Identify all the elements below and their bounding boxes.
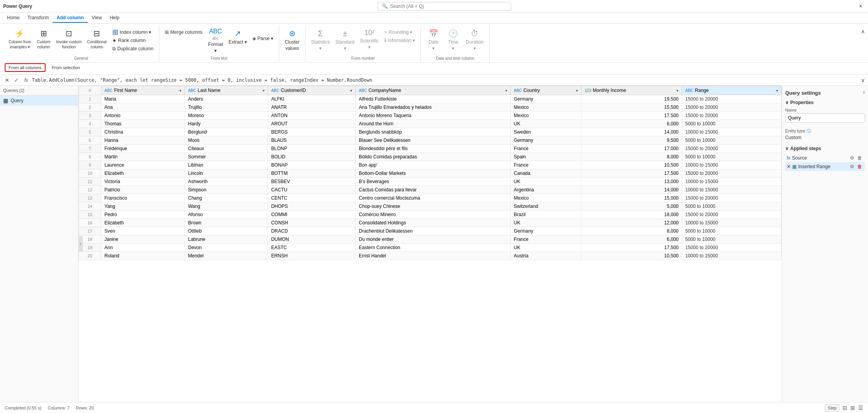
table-cell: 20	[79, 252, 101, 260]
table-cell: Sven	[101, 227, 185, 235]
col-header-country: ABC Country ▾	[510, 86, 581, 95]
table-cell: AROUT	[268, 120, 355, 128]
sidebar-collapse-button[interactable]: ‹	[78, 236, 83, 252]
from-all-columns-button[interactable]: From all columns	[5, 63, 46, 72]
table-header-row: # ABC First Name ▾ ABC Last Name ▾	[79, 86, 782, 95]
data-area[interactable]: # ABC First Name ▾ ABC Last Name ▾	[79, 86, 782, 402]
formula-confirm-button[interactable]: ✓	[13, 76, 20, 84]
name-input[interactable]	[785, 113, 865, 123]
table-row: 2AnaTrujilloANATRAna Trujillo Emaredados…	[79, 103, 782, 112]
column-from-examples-button[interactable]: ⚡ Column fromexamples ▾	[6, 27, 33, 51]
standard-button[interactable]: ± Standard▾	[333, 27, 357, 53]
conditional-label: Conditionalcolumn	[87, 39, 107, 50]
sidebar-item-query[interactable]: ▦ Query	[0, 95, 78, 106]
split-view-icon[interactable]: ⊟	[842, 405, 847, 411]
time-icon: 🕐	[448, 28, 458, 39]
table-cell: CONSH	[268, 219, 355, 227]
index-label: Index column ▾	[120, 29, 152, 35]
lastname-menu[interactable]: ▾	[263, 88, 265, 93]
col-header-lastname: ABC Last Name ▾	[185, 86, 268, 95]
country-menu[interactable]: ▾	[576, 88, 578, 93]
extract-button[interactable]: ↗ Extract ▾	[226, 27, 249, 47]
ribbon-from-text-content: ⊞ Merge columns ABCabc Format▾ ↗ Extract…	[163, 25, 276, 55]
date-button[interactable]: 📅 Date▾	[424, 27, 443, 53]
table-cell: 5000 to 10000	[682, 227, 782, 235]
menu-transform[interactable]: Transform	[24, 13, 53, 23]
search-input[interactable]	[390, 4, 507, 9]
table-cell: Germany	[510, 95, 581, 103]
time-button[interactable]: 🕐 Time▾	[444, 27, 462, 53]
table-cell: Pedro	[101, 211, 185, 219]
table-cell: CENTC	[268, 194, 355, 202]
ribbon-group-general: ⚡ Column fromexamples ▾ ⊞ Customcolumn ⊡…	[3, 25, 159, 62]
duplicate-column-button[interactable]: ⧉ Duplicate column	[110, 45, 156, 53]
parse-button[interactable]: ◈ Parse ▾	[250, 35, 276, 42]
menu-view[interactable]: View	[88, 13, 106, 23]
table-cell: 17,500	[581, 169, 682, 178]
step-range-table-icon: ▦	[792, 164, 797, 169]
search-box[interactable]: 🔍	[378, 2, 511, 11]
table-cell: 15000 to 20000	[682, 145, 782, 153]
invoke-custom-function-button[interactable]: ⊡ Invoke customfunction	[54, 27, 84, 51]
menu-home[interactable]: Home	[3, 13, 24, 23]
table-cell: UK	[510, 120, 581, 128]
table-cell: BONAP	[268, 161, 355, 169]
information-button[interactable]: ℹ Information ▾	[382, 37, 417, 44]
close-button[interactable]: ×	[857, 2, 865, 11]
firstname-menu[interactable]: ▾	[179, 88, 181, 93]
formula-expand-button[interactable]: ∨	[861, 77, 865, 83]
time-label: Time▾	[448, 39, 458, 51]
rounding-button[interactable]: ≈ Rounding ▾	[382, 28, 417, 36]
formula-cancel-button[interactable]: ✕	[3, 76, 11, 84]
conditional-column-button[interactable]: ⊟ Conditionalcolumn	[85, 27, 109, 51]
table-cell: Libihan	[185, 161, 268, 169]
country-label: Country	[523, 88, 540, 93]
cluster-values-button[interactable]: ⊛ Clustervalues	[282, 27, 302, 53]
step-source[interactable]: fx Source ⚙ 🗑	[785, 154, 865, 162]
from-text-group-label: From text	[163, 55, 276, 62]
column-view-icon[interactable]: ☰	[858, 405, 863, 411]
ribbon-collapse-button[interactable]: ∧	[861, 28, 865, 35]
scientific-label: Scientific▾	[360, 38, 379, 50]
step-inserted-range[interactable]: ✕ ▦ Inserted Range ⚙ 🗑	[785, 162, 865, 171]
income-menu[interactable]: ▾	[676, 88, 678, 93]
scientific-button[interactable]: 10² Scientific▾	[358, 27, 381, 52]
statistics-button[interactable]: Σ Statistics▾	[309, 27, 332, 53]
companyname-menu[interactable]: ▾	[505, 88, 507, 93]
index-column-button[interactable]: 🔢 Index column ▾	[110, 28, 156, 36]
customerid-menu[interactable]: ▾	[350, 88, 352, 93]
step-button[interactable]: Step	[825, 404, 839, 411]
statistics-label: Statistics▾	[311, 39, 330, 51]
menu-bar: Home Transform Add column View Help	[0, 13, 868, 24]
table-row: 5ChristinaBerglundBERGSBerglunds snabbkö…	[79, 128, 782, 136]
table-view-icon[interactable]: ⊞	[850, 405, 855, 411]
table-row: 9LaurenceLibihanBONAPBon app'France10,50…	[79, 161, 782, 169]
companyname-label: CompanyName	[369, 88, 401, 93]
ribbon-general-content: ⚡ Column fromexamples ▾ ⊞ Customcolumn ⊡…	[6, 25, 156, 55]
formula-input[interactable]	[32, 77, 859, 83]
merge-columns-button[interactable]: ⊞ Merge columns	[163, 28, 205, 36]
rank-column-button[interactable]: ★ Rank column	[110, 37, 156, 44]
menu-help[interactable]: Help	[106, 13, 123, 23]
table-cell: Alfreds Futterkiste	[356, 95, 511, 103]
table-cell: 10000 to 15000	[682, 161, 782, 169]
panel-collapse-button[interactable]: ›	[863, 89, 865, 95]
table-row: 16ElizabethBrownCONSHConsolidated Holdin…	[79, 219, 782, 227]
step-range-delete-icon[interactable]: 🗑	[856, 163, 863, 170]
menu-add-column[interactable]: Add column	[53, 13, 88, 23]
step-delete-icon[interactable]: ✕	[787, 164, 791, 169]
custom-column-button[interactable]: ⊞ Customcolumn	[34, 27, 53, 51]
range-menu[interactable]: ▾	[776, 88, 778, 93]
duration-button[interactable]: ⏱ Duration▾	[463, 27, 486, 53]
table-cell: Brazil	[510, 211, 581, 219]
step-range-settings-icon[interactable]: ⚙	[849, 163, 855, 170]
table-cell: COMMI	[268, 211, 355, 219]
entity-type-info-icon[interactable]: ⓘ	[807, 128, 811, 134]
table-cell: Maria	[101, 95, 185, 103]
table-cell: France	[510, 161, 581, 169]
format-button[interactable]: ABCabc Format▾	[206, 27, 225, 55]
table-cell: 8,000	[581, 153, 682, 161]
step-source-settings-icon[interactable]: ⚙	[849, 155, 855, 161]
from-selection-button[interactable]: From selection	[49, 64, 83, 72]
step-source-delete-icon[interactable]: 🗑	[856, 155, 863, 161]
